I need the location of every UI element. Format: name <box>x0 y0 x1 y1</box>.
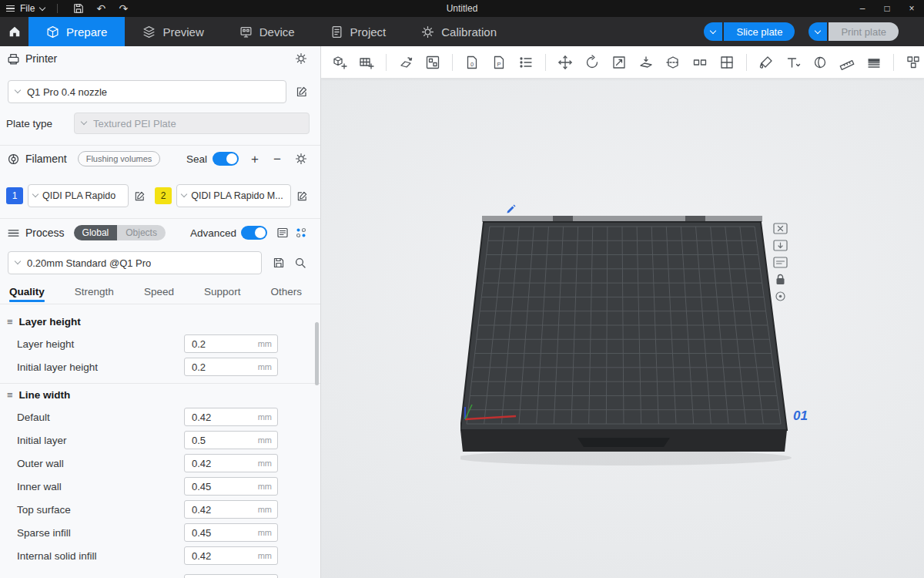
slice-plate-group: Slice plate <box>704 22 795 41</box>
advanced-toggle[interactable] <box>241 226 267 240</box>
plate-settings-icon[interactable] <box>772 290 788 303</box>
filament-2-dropdown[interactable]: QIDI PLA Rapido M... <box>176 184 291 207</box>
settings-row: Initial layer height 0.2 mm <box>0 355 320 378</box>
rotate-icon[interactable] <box>584 54 600 71</box>
printer-edit-icon[interactable] <box>294 84 310 99</box>
filament-1-edit-icon[interactable] <box>132 188 147 203</box>
internal-solid-infill-line-width-input[interactable]: 0.42 mm <box>184 546 278 565</box>
process-preset-dropdown[interactable]: 0.20mm Standard @Q1 Pro <box>8 251 262 274</box>
auto-orient-icon[interactable] <box>398 54 413 71</box>
tab-speed[interactable]: Speed <box>144 286 174 302</box>
filament-1-badge[interactable]: 1 <box>6 187 23 204</box>
undo-icon[interactable]: ↶ <box>92 0 109 17</box>
scale-icon[interactable] <box>611 54 627 71</box>
sparse-infill-line-width-input[interactable]: 0.45 mm <box>184 523 278 542</box>
variable-layer-height-icon[interactable] <box>866 54 882 71</box>
measure-icon[interactable] <box>839 54 855 71</box>
tab-calibration[interactable]: Calibration <box>403 17 514 46</box>
orient-plate-icon[interactable] <box>772 239 788 252</box>
tab-device[interactable]: Device <box>222 17 313 46</box>
settings-partial-input[interactable] <box>184 574 278 578</box>
sidebar-scrollbar[interactable] <box>315 322 319 385</box>
parameter-list-icon[interactable] <box>275 225 290 240</box>
compare-presets-icon[interactable] <box>293 225 309 240</box>
move-icon[interactable] <box>557 54 573 71</box>
scope-objects[interactable]: Objects <box>117 225 166 240</box>
inner-wall-line-width-input[interactable]: 0.45 mm <box>184 477 278 496</box>
add-plate-icon[interactable] <box>359 54 374 71</box>
menu-icon[interactable] <box>6 5 15 12</box>
chevron-down-icon[interactable] <box>39 4 45 10</box>
settings-row: Sparse infill 0.45 mm <box>0 521 320 544</box>
search-icon[interactable] <box>293 255 308 271</box>
outer-wall-line-width-input[interactable]: 0.42 mm <box>184 454 278 472</box>
lock-plate-icon[interactable] <box>772 273 788 286</box>
tab-support[interactable]: Support <box>204 286 240 302</box>
maximize-button[interactable]: □ <box>875 0 899 17</box>
print-plate-button[interactable]: Print plate <box>829 22 899 41</box>
filament-settings-gear-icon[interactable] <box>293 151 309 166</box>
initial-layer-line-width-input[interactable]: 0.5 mm <box>184 431 278 449</box>
print-options-chevron-icon[interactable] <box>808 22 827 41</box>
minimize-button[interactable]: – <box>850 0 875 17</box>
object-list-icon[interactable] <box>518 54 534 71</box>
save-icon[interactable] <box>70 0 87 17</box>
home-button[interactable] <box>0 17 28 46</box>
text-icon[interactable] <box>785 54 801 71</box>
edit-plate-pencil-icon[interactable] <box>505 203 516 216</box>
layer-height-icon: ≡ <box>7 317 13 327</box>
rename-plate-icon[interactable] <box>772 256 788 269</box>
seal-toggle[interactable] <box>213 152 239 166</box>
cut-icon[interactable] <box>665 54 681 71</box>
divider <box>0 145 320 146</box>
printer-settings-gear-icon[interactable] <box>293 51 309 66</box>
color-paint-icon[interactable] <box>758 54 774 71</box>
tab-others[interactable]: Others <box>270 286 302 302</box>
filament-section-header: Filament Flushing volumes Seal + − <box>0 147 320 170</box>
close-button[interactable]: × <box>899 0 924 17</box>
remove-filament-button[interactable]: − <box>271 153 283 166</box>
divider <box>0 218 320 219</box>
divider <box>452 54 453 71</box>
split-parts-icon[interactable] <box>719 54 735 71</box>
add-filament-button[interactable]: + <box>249 153 261 166</box>
arrange-icon[interactable] <box>425 54 440 71</box>
tab-strength[interactable]: Strength <box>75 286 114 302</box>
assembly-view-icon[interactable] <box>906 54 921 71</box>
printer-preset-dropdown[interactable]: Q1 Pro 0.4 nozzle <box>8 80 286 103</box>
add-object-icon[interactable] <box>332 54 347 71</box>
tab-prepare[interactable]: Prepare <box>28 17 125 46</box>
delete-plate-icon[interactable] <box>772 222 788 235</box>
settings-row-partial <box>0 572 320 578</box>
settings-row: Inner wall 0.45 mm <box>0 475 320 498</box>
layer-height-input[interactable]: 0.2 mm <box>184 334 278 353</box>
divider <box>746 54 747 71</box>
flushing-volumes-button[interactable]: Flushing volumes <box>78 151 161 166</box>
default-line-width-input[interactable]: 0.42 mm <box>184 408 278 426</box>
filament-2-badge[interactable]: 2 <box>155 187 172 204</box>
group-layer-height: ≡ Layer height <box>0 311 320 332</box>
scope-global[interactable]: Global <box>74 225 118 240</box>
top-surface-line-width-input[interactable]: 0.42 mm <box>184 500 278 519</box>
import-geometry-icon[interactable]: 0 <box>464 54 480 71</box>
app-window: Untitled File ↶ ↷ – □ × Prepare <box>0 0 924 578</box>
split-objects-icon[interactable] <box>692 54 708 71</box>
file-menu[interactable]: File <box>20 3 35 14</box>
tab-quality[interactable]: Quality <box>9 286 45 302</box>
filament-1-dropdown[interactable]: QIDI PLA Rapido <box>28 184 129 207</box>
save-preset-icon[interactable] <box>271 255 286 271</box>
filament-2-edit-icon[interactable] <box>294 188 310 203</box>
tab-preview[interactable]: Preview <box>125 17 221 46</box>
viewport-3d[interactable]: 01 <box>321 79 924 578</box>
import-project-icon[interactable]: P <box>491 54 507 71</box>
flatten-icon[interactable] <box>638 54 654 71</box>
redo-icon[interactable]: ↷ <box>115 0 132 17</box>
tab-project[interactable]: Project <box>313 17 404 46</box>
initial-layer-height-input[interactable]: 0.2 mm <box>184 358 278 376</box>
plate-number-label[interactable]: 01 <box>793 408 808 424</box>
seam-paint-icon[interactable] <box>812 54 828 71</box>
slice-plate-button[interactable]: Slice plate <box>724 22 795 41</box>
plate-type-dropdown[interactable]: Textured PEI Plate <box>74 113 310 134</box>
slice-options-chevron-icon[interactable] <box>704 22 722 41</box>
printer-section-header: Printer <box>0 46 320 71</box>
